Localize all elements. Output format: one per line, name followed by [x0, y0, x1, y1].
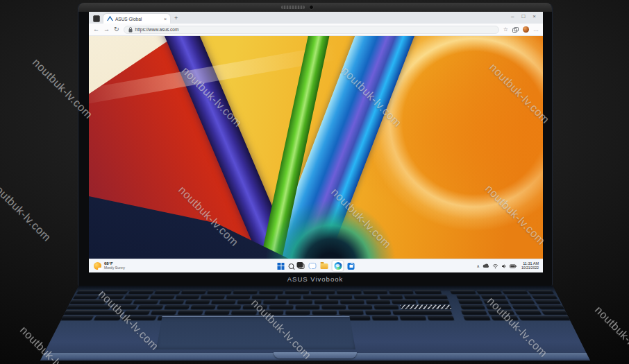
start-button[interactable]	[278, 263, 285, 270]
clock-date: 10/21/2022	[521, 266, 539, 270]
keyboard-key	[460, 305, 485, 309]
webcam-privacy-shutter	[281, 6, 305, 9]
keyboard-key	[404, 295, 447, 299]
battery-icon[interactable]	[510, 264, 517, 268]
taskbar-center-icons	[278, 259, 355, 272]
weather-condition: Mostly Sunny	[104, 266, 125, 270]
browser-tab[interactable]: ASUS Global ×	[103, 14, 170, 24]
keyboard-row	[76, 290, 554, 294]
keyboard-key	[175, 295, 200, 299]
keyboard-key	[481, 295, 507, 299]
taskbar-clock[interactable]: 11:31 AM 10/21/2022	[521, 261, 539, 270]
top-bezel	[78, 3, 552, 12]
lid-lift-notch	[274, 352, 357, 358]
keyboard-key	[491, 315, 519, 320]
tab-close-icon[interactable]: ×	[164, 17, 167, 21]
watermark-text: noutbuk-lv.com	[0, 179, 53, 244]
keyboard-key	[340, 300, 364, 304]
keyboard-key	[365, 310, 391, 315]
tab-title: ASUS Global	[115, 17, 162, 21]
keyboard-key	[178, 310, 204, 315]
tab-actions-icon[interactable]	[93, 15, 100, 22]
edge-browser-icon[interactable]	[333, 261, 344, 271]
keyboard-key	[181, 290, 206, 294]
keyboard-key	[204, 310, 230, 315]
keyboard-key	[137, 305, 163, 309]
keyboard-key	[506, 295, 532, 299]
keyboard-key	[379, 295, 403, 299]
keyboard-key	[201, 295, 225, 299]
edge-logo-icon	[334, 262, 342, 270]
minimize-button[interactable]: –	[511, 14, 514, 19]
maximize-button[interactable]: □	[521, 14, 525, 19]
keyboard-key	[427, 315, 454, 320]
keyboard-key	[458, 300, 483, 304]
keyboard-key	[392, 310, 453, 315]
desktop-wallpaper	[89, 36, 543, 259]
chat-icon[interactable]	[309, 263, 317, 269]
keyboard-key	[348, 305, 372, 309]
mostly-sunny-icon	[94, 262, 101, 270]
search-icon[interactable]	[289, 263, 294, 269]
keyboard-row	[69, 300, 561, 304]
keyboard-key	[374, 305, 399, 309]
file-explorer-icon[interactable]	[321, 263, 328, 269]
trackpad	[156, 316, 355, 349]
keyboard-key	[107, 300, 133, 304]
keyboard-key	[532, 295, 557, 299]
refresh-button[interactable]: ↻	[114, 26, 119, 33]
favorites-star-icon[interactable]: ☆	[503, 27, 508, 33]
keyboard-key	[476, 290, 502, 294]
keyboard-key	[519, 315, 573, 320]
windows-taskbar: 68°F Mostly Sunny ∧	[89, 259, 543, 272]
keyboard-key	[414, 290, 442, 294]
keyboard-key	[151, 310, 177, 315]
close-button[interactable]: ×	[532, 14, 536, 19]
keyboard-key	[399, 315, 426, 320]
keyboard-key	[296, 305, 320, 309]
address-bar[interactable]: https://www.asus.com	[124, 26, 499, 34]
keyboard-key	[124, 310, 151, 315]
more-menu-icon[interactable]: …	[533, 27, 539, 33]
collections-icon[interactable]	[512, 27, 519, 33]
hidden-icons-chevron[interactable]: ∧	[477, 264, 480, 268]
back-button[interactable]: ←	[93, 26, 99, 33]
keyboard-key	[226, 295, 251, 299]
speaker-icon[interactable]	[501, 263, 507, 269]
keyboard-key	[502, 290, 528, 294]
bezel-brand-label: ASUS Vivobook	[78, 272, 552, 286]
onedrive-cloud-icon[interactable]	[483, 263, 489, 268]
keyboard-key	[486, 305, 512, 309]
keyboard-key	[285, 310, 310, 315]
new-tab-button[interactable]: +	[174, 15, 178, 21]
keyboard-key	[243, 305, 268, 309]
keyboard-key	[337, 290, 361, 294]
forward-button[interactable]: →	[103, 26, 110, 33]
keyboard-key	[363, 290, 387, 294]
enter-key	[400, 305, 451, 309]
keyboard-key	[207, 290, 232, 294]
profile-avatar[interactable]	[523, 26, 529, 33]
keyboard-key	[73, 295, 99, 299]
keyboard-key	[278, 295, 301, 299]
keyboard-key	[103, 290, 129, 294]
weather-widget[interactable]: 68°F Mostly Sunny	[89, 261, 125, 270]
keyboard-key	[487, 310, 514, 315]
keyboard-key	[366, 300, 390, 304]
keyboard-key	[155, 290, 181, 294]
keyboard-key	[541, 310, 569, 315]
keyboard-key	[417, 300, 449, 304]
keyboard-key	[269, 305, 294, 309]
microsoft-store-icon[interactable]	[348, 263, 355, 270]
keyboard-key	[328, 295, 352, 299]
keyboard-key	[312, 310, 337, 315]
keyboard-key	[94, 315, 122, 320]
task-view-icon[interactable]	[299, 263, 305, 269]
keyboard-key	[66, 305, 112, 309]
keyboard-key	[285, 290, 310, 294]
keyboard-key	[58, 315, 94, 320]
keyboard-key	[231, 310, 257, 315]
keyboard-key	[303, 295, 326, 299]
wifi-icon[interactable]	[492, 263, 498, 269]
keyboard-key	[149, 295, 174, 299]
